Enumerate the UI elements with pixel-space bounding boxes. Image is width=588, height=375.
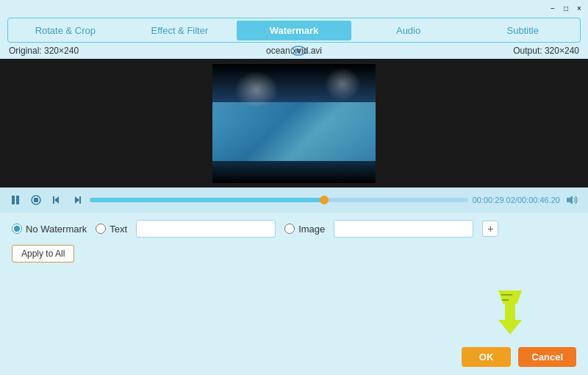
stop-button[interactable] (28, 192, 44, 208)
tab-subtitle[interactable]: Subtitle (465, 21, 580, 40)
controls-bar: 00:00:29.02/00:00:46.20 (0, 188, 588, 213)
original-size-label: Original: 320×240 (9, 46, 79, 56)
text-radio[interactable] (96, 224, 106, 234)
close-button[interactable]: × (573, 2, 585, 14)
watermark-panel: No Watermark Text Image + Apply to All (0, 213, 588, 268)
watermark-options: No Watermark Text Image + (12, 220, 576, 238)
svg-rect-2 (12, 196, 15, 204)
ok-button[interactable]: OK (462, 347, 512, 367)
video-area (0, 59, 588, 188)
funnel-top: ═══ ══ ═ (498, 290, 522, 304)
tab-bar: Rotate & Crop Effect & Filter Watermark … (7, 18, 581, 43)
svg-rect-9 (79, 196, 81, 204)
svg-rect-5 (34, 198, 38, 202)
funnel-arrow (498, 320, 522, 335)
text-watermark-input[interactable] (136, 220, 276, 238)
pause-button[interactable] (7, 192, 24, 208)
progress-fill (90, 198, 324, 202)
title-bar: − □ × (0, 0, 588, 16)
image-radio[interactable] (284, 224, 295, 234)
minimize-button[interactable]: − (547, 2, 559, 14)
no-watermark-option[interactable]: No Watermark (12, 224, 87, 235)
svg-marker-6 (54, 196, 59, 204)
volume-icon[interactable] (564, 192, 581, 208)
svg-rect-3 (16, 196, 19, 204)
wave-overlay (212, 102, 376, 161)
image-watermark-input[interactable] (334, 220, 473, 238)
no-watermark-radio[interactable] (12, 224, 22, 234)
tab-effect-filter[interactable]: Effect & Filter (123, 21, 237, 40)
prev-button[interactable] (49, 192, 65, 208)
next-button[interactable] (69, 192, 85, 208)
no-watermark-label: No Watermark (26, 224, 87, 235)
info-bar: Original: 320×240 ocean.xvid.avi Output:… (0, 43, 588, 59)
image-label: Image (298, 224, 325, 235)
image-option[interactable]: Image (284, 224, 325, 235)
progress-bar[interactable] (90, 198, 468, 202)
maximize-button[interactable]: □ (560, 2, 572, 14)
apply-to-all-button[interactable]: Apply to All (12, 245, 74, 262)
progress-thumb (320, 196, 329, 204)
time-display: 00:00:29.02/00:00:46.20 (473, 196, 560, 204)
tab-rotate-crop[interactable]: Rotate & Crop (8, 21, 123, 40)
spray-effect-1 (234, 71, 279, 108)
text-label: Text (110, 224, 127, 235)
bottom-bar: OK Cancel (0, 338, 588, 375)
cancel-button[interactable]: Cancel (518, 347, 576, 367)
tab-watermark[interactable]: Watermark (237, 21, 351, 40)
add-image-button[interactable]: + (482, 221, 498, 237)
video-frame (212, 64, 376, 183)
tab-audio[interactable]: Audio (351, 21, 466, 40)
video-content (212, 64, 376, 183)
text-option[interactable]: Text (96, 224, 127, 235)
filename-label: ocean.xvid.avi (266, 46, 322, 56)
spray-effect-2 (324, 68, 361, 101)
svg-marker-8 (75, 196, 79, 204)
funnel-icon: ═══ ══ ═ (498, 290, 522, 335)
svg-marker-10 (567, 196, 573, 204)
output-size-label: Output: 320×240 (513, 46, 579, 56)
funnel-stem (505, 304, 515, 320)
svg-rect-7 (53, 196, 54, 204)
